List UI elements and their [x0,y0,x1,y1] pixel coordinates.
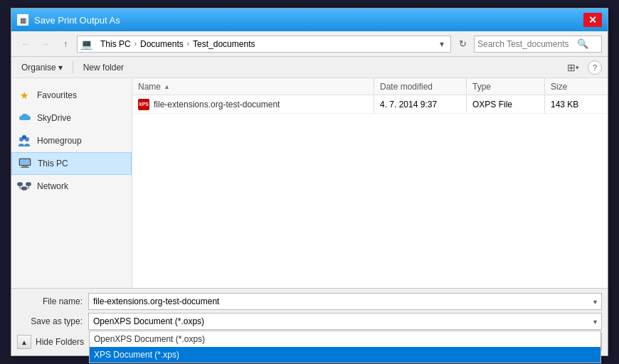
sidebar-item-favourites[interactable]: ★ Favourites [11,84,132,107]
sidebar-item-network[interactable]: Network [11,175,132,198]
help-button[interactable]: ? [588,60,602,75]
filename-input[interactable]: file-extensions.org-test-document ▾ [88,293,602,310]
svg-rect-8 [26,183,31,186]
address-dropdown-arrow[interactable]: ▾ [436,37,448,51]
up-button[interactable]: ↑ [57,36,74,52]
sidebar-label-homegroup: Homegroup [37,136,82,146]
skydrive-icon [17,111,31,125]
filename-dropdown-arrow[interactable]: ▾ [593,298,597,306]
sidebar-label-thispc: This PC [38,159,68,168]
col-date-header[interactable]: Date modified [374,78,467,95]
main-content: ★ Favourites SkyDrive [11,78,608,288]
thispc-icon [18,156,32,171]
option-xps[interactable]: XPS Document (*.xps) [90,347,601,363]
file-list: Name ▲ Date modified Type Size XPS file-… [132,78,608,288]
actions-bar: Organise ▾ New folder ⊞▾ ? [11,57,608,78]
svg-rect-7 [18,183,22,186]
window-icon: ▦ [17,14,28,26]
refresh-button[interactable]: ↻ [454,36,471,53]
filename-label: File name: [17,296,88,306]
dialog-title: Save Print Output As [34,15,120,26]
svg-rect-6 [21,167,29,168]
title-bar: ▦ Save Print Output As ✕ [11,9,608,31]
sidebar-item-skydrive[interactable]: SkyDrive [11,107,132,129]
saveas-select[interactable]: OpenXPS Document (*.oxps) ▾ OpenXPS Docu… [88,313,602,330]
svg-point-2 [22,135,26,139]
search-icon[interactable]: 🔍 [577,38,588,49]
crumb-thispc[interactable]: This PC [98,38,133,50]
svg-rect-5 [22,166,28,167]
filename-row: File name: file-extensions.org-test-docu… [17,293,602,310]
svg-rect-4 [20,159,30,165]
file-name: file-extensions.org-test-document [154,100,280,109]
address-bar[interactable]: 💻 This PC › Documents › Test_documents ▾ [77,36,451,53]
homegroup-icon [17,134,31,148]
option-openxps[interactable]: OpenXPS Document (*.oxps) [90,331,601,347]
file-size-cell: 143 KB [545,95,608,113]
file-list-header: Name ▲ Date modified Type Size [132,78,608,95]
col-size-header[interactable]: Size [545,78,608,95]
hide-folders-label: Hide Folders [36,337,84,347]
address-bar-pc-icon: 💻 [80,38,92,50]
close-button[interactable]: ✕ [583,13,602,27]
saveas-dropdown-menu: OpenXPS Document (*.oxps) XPS Document (… [89,331,601,363]
search-input[interactable] [477,39,577,49]
organise-button[interactable]: Organise ▾ [17,60,67,75]
bottom-bar: File name: file-extensions.org-test-docu… [11,288,608,355]
sidebar-item-homegroup[interactable]: Homegroup [11,129,132,152]
saveas-row: Save as type: OpenXPS Document (*.oxps) … [17,313,602,330]
sidebar: ★ Favourites SkyDrive [11,78,132,288]
col-type-header[interactable]: Type [467,78,545,95]
file-type-cell: OXPS File [467,95,545,113]
hide-folders-button[interactable]: ▲ Hide Folders [17,335,84,349]
filename-value: file-extensions.org-test-document [93,296,593,306]
save-dialog: ▦ Save Print Output As ✕ ← → ↑ 💻 This PC… [11,8,608,356]
actions-separator [73,61,73,74]
star-icon: ★ [17,88,31,102]
sidebar-item-thispc[interactable]: This PC [11,152,132,175]
sort-arrow-icon: ▲ [164,83,170,90]
sidebar-label-skydrive: SkyDrive [37,113,71,123]
forward-button[interactable]: → [37,36,54,52]
breadcrumb: This PC › Documents › Test_documents [98,38,257,50]
network-icon [17,179,31,193]
navigation-toolbar: ← → ↑ 💻 This PC › Documents › Test_docum… [11,31,608,57]
col-name-header[interactable]: Name ▲ [132,78,374,95]
back-button[interactable]: ← [17,36,34,52]
crumb-documents[interactable]: Documents [138,38,186,50]
file-name-cell[interactable]: XPS file-extensions.org-test-document [132,95,374,113]
table-row[interactable]: XPS file-extensions.org-test-document 4.… [132,95,608,114]
sidebar-label-network: Network [37,181,68,191]
hide-folders-collapse-icon[interactable]: ▲ [17,335,31,349]
saveas-value: OpenXPS Document (*.oxps) [93,316,204,326]
saveas-label: Save as type: [17,316,88,326]
file-date-cell: 4. 7. 2014 9:37 [374,95,467,113]
file-icon: XPS [138,99,149,110]
crumb-testdoc[interactable]: Test_documents [191,38,257,50]
new-folder-button[interactable]: New folder [79,60,128,75]
view-toggle-button[interactable]: ⊞▾ [564,60,582,75]
saveas-dropdown-arrow[interactable]: ▾ [593,318,597,326]
sidebar-label-favourites: Favourites [37,90,77,100]
search-box[interactable]: 🔍 [474,36,602,53]
